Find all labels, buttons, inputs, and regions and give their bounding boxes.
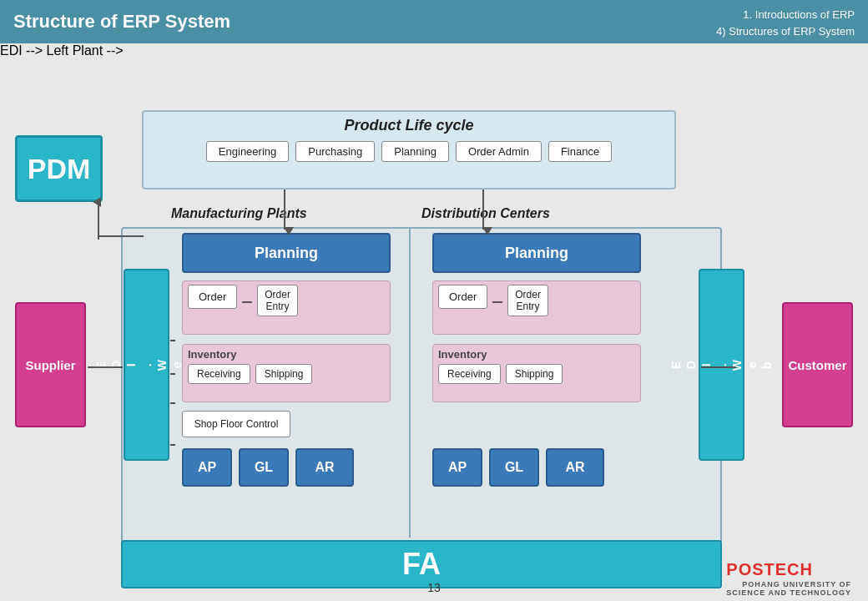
main-content: PDM Product Life cycle Engineering Purch…: [0, 43, 868, 601]
right-receiving-box: Receiving: [438, 364, 501, 384]
left-bottom-section: AP GL AR: [182, 446, 391, 489]
edi-plant-line-4: [170, 444, 175, 446]
edi-plant-line-1: [170, 340, 175, 341]
postech-logo: POSTECH POHANG UNIVERSITY OFSCIENCE AND …: [726, 560, 851, 597]
right-plant: Planning Order OrderEntry Inventory Rece…: [424, 229, 649, 538]
shop-floor-control-label: Shop Floor Control: [194, 418, 279, 430]
manufacturing-plants-label: Manufacturing Plants: [171, 206, 307, 221]
right-planning-label: Planning: [505, 245, 568, 262]
left-inv-inner: Receiving Shipping: [188, 364, 385, 384]
customer-box: Customer: [782, 302, 853, 427]
right-ap-box: AP: [432, 448, 482, 487]
postech-name: POSTECH: [726, 560, 813, 578]
right-inv-inner: Receiving Shipping: [438, 364, 635, 384]
left-order-entry-box: OrderEntry: [257, 285, 298, 316]
right-inventory-section: Inventory Receiving Shipping: [432, 344, 641, 402]
subtitle-line1: 1. Introductions of ERP: [716, 7, 855, 23]
pdm-arrow-v: [98, 202, 99, 240]
left-order-inner: Order OrderEntry: [188, 285, 385, 316]
pdm-box: PDM: [15, 135, 103, 202]
left-receiving-box: Receiving: [188, 364, 250, 384]
left-order-box: Order: [188, 285, 237, 309]
center-divider: [409, 229, 411, 538]
supplier-label: Supplier: [25, 358, 75, 372]
plc-btn-planning[interactable]: Planning: [381, 141, 449, 162]
right-order-inner: Order OrderEntry: [438, 285, 635, 316]
right-ar-box: AR: [546, 448, 604, 487]
header: Structure of ERP System 1. Introductions…: [0, 0, 868, 43]
shop-floor-control-box: Shop Floor Control: [182, 411, 290, 437]
plc-btn-purchasing[interactable]: Purchasing: [295, 141, 375, 162]
pdm-arrow-head: [93, 197, 101, 207]
supplier-box: Supplier: [15, 302, 86, 427]
plc-down-arrow-2: [482, 189, 484, 230]
left-shipping-box: Shipping: [255, 364, 313, 384]
postech-subtitle: POHANG UNIVERSITY OFSCIENCE AND TECHNOLO…: [726, 580, 851, 597]
plc-down-arrowhead-2: [482, 227, 492, 235]
plc-buttons: Engineering Purchasing Planning Order Ad…: [152, 141, 666, 162]
right-planning-box: Planning: [432, 233, 641, 273]
right-order-section: Order OrderEntry: [432, 280, 641, 335]
plc-btn-engineering[interactable]: Engineering: [206, 141, 289, 162]
fa-label: FA: [402, 547, 441, 582]
page-title: Structure of ERP System: [13, 11, 230, 33]
pdm-arrow-h: [98, 235, 144, 237]
right-order-entry-box: OrderEntry: [507, 285, 548, 316]
left-ar-box: AR: [295, 448, 354, 487]
right-gl-box: GL: [489, 448, 539, 487]
fa-box: FA: [121, 540, 722, 588]
plc-down-arrowhead-1: [284, 227, 294, 235]
plc-down-arrow-1: [284, 189, 285, 230]
subtitle-line2: 4) Structures of ERP System: [716, 23, 855, 40]
right-bottom-section: AP GL AR: [432, 446, 641, 489]
edi-plant-line-3: [170, 402, 175, 404]
left-inventory-section: Inventory Receiving Shipping: [182, 344, 391, 402]
pdm-label: PDM: [28, 153, 91, 185]
left-gl-box: GL: [239, 448, 289, 487]
left-plant: Planning Order OrderEntry Inventory Rece…: [174, 229, 399, 538]
right-shipping-box: Shipping: [506, 364, 563, 384]
left-planning-label: Planning: [255, 245, 318, 262]
customer-label: Customer: [788, 358, 846, 372]
right-inventory-label: Inventory: [438, 348, 635, 361]
left-order-section: Order OrderEntry: [182, 280, 391, 335]
distribution-centers-label: Distribution Centers: [421, 206, 550, 221]
supplier-edi-line: [88, 366, 123, 368]
edi-web-right: EDI.Web: [699, 269, 744, 461]
left-planning-box: Planning: [182, 233, 391, 273]
left-ap-box: AP: [182, 448, 232, 487]
page-number: 13: [427, 581, 441, 594]
right-order-box: Order: [438, 285, 487, 309]
plc-btn-finance[interactable]: Finance: [548, 141, 612, 162]
edi-web-right-label: EDI.Web: [669, 358, 775, 371]
left-inventory-label: Inventory: [188, 348, 385, 361]
product-lifecycle-box: Product Life cycle Engineering Purchasin…: [142, 110, 676, 189]
edi-web-left: EDI.Web: [124, 269, 169, 461]
plc-btn-order-admin[interactable]: Order Admin: [456, 141, 542, 162]
plc-title: Product Life cycle: [152, 117, 666, 134]
edi-plant-line-2: [170, 373, 175, 375]
edi-customer-line: [701, 366, 736, 368]
header-subtitle: 1. Introductions of ERP 4) Structures of…: [716, 7, 855, 39]
